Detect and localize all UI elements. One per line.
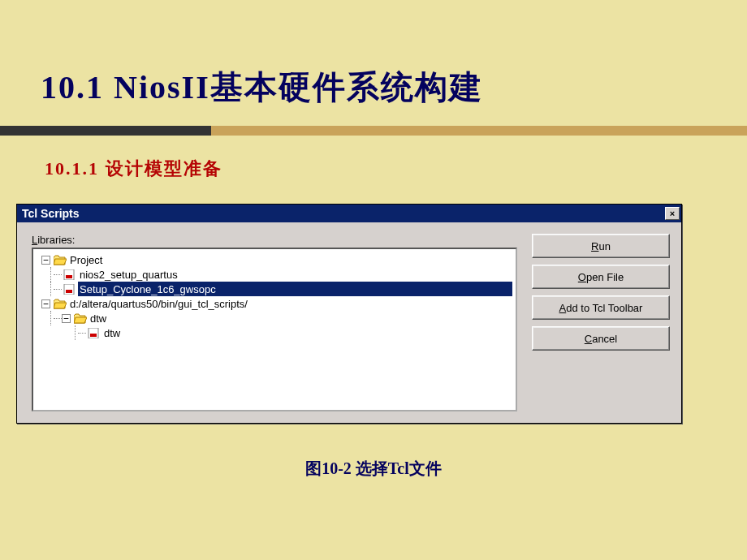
svg-rect-10 [89, 328, 98, 338]
svg-marker-7 [54, 303, 67, 308]
svg-rect-4 [64, 284, 74, 295]
svg-rect-5 [66, 290, 72, 293]
folder-open-icon [54, 299, 67, 309]
dialog-window: Tcl Scripts × Libraries: − Project [16, 204, 682, 424]
tcl-file-icon [63, 269, 76, 280]
collapse-icon[interactable]: − [41, 256, 50, 265]
svg-rect-2 [64, 269, 74, 280]
tree-label: d:/altera/quartus50/bin/gui_tcl_scripts/ [68, 298, 248, 310]
svg-rect-11 [90, 334, 97, 337]
figure-caption: 图10-2 选择Tcl文件 [0, 458, 747, 480]
folder-open-icon [54, 255, 67, 265]
tcl-file-icon [88, 328, 101, 338]
tree-item-selected[interactable]: Setup_Cyclone_1c6_gwsopc [37, 282, 512, 296]
tree-label: nios2_setup_quartus [78, 269, 178, 281]
slide-title: 10.1 NiosII基本硬件系统构建 [0, 0, 747, 110]
collapse-icon[interactable]: − [41, 299, 50, 308]
collapse-icon[interactable]: − [62, 314, 71, 323]
slide-subtitle: 10.1.1 设计模型准备 [0, 136, 747, 181]
run-button[interactable]: Run [532, 234, 670, 258]
add-toolbar-button[interactable]: Add to Tcl Toolbar [532, 295, 670, 320]
close-button[interactable]: × [665, 207, 680, 220]
tree-node-path[interactable]: − d:/altera/quartus50/bin/gui_tcl_script… [37, 296, 512, 311]
svg-marker-1 [54, 259, 67, 265]
libraries-label: Libraries: [32, 234, 517, 246]
tree-view[interactable]: − Project nios2_setup_quartus [32, 248, 517, 411]
open-file-button[interactable]: Open File [532, 265, 670, 289]
tree-item[interactable]: nios2_setup_quartus [37, 267, 512, 282]
tcl-file-icon [63, 284, 76, 295]
tree-label: Project [68, 254, 102, 266]
svg-rect-3 [66, 275, 72, 278]
tree-node-project[interactable]: − Project [37, 252, 512, 267]
close-icon: × [670, 209, 675, 218]
dialog-titlebar: Tcl Scripts × [17, 205, 681, 222]
tree-label: dtw [102, 327, 120, 339]
folder-open-icon [74, 313, 87, 324]
tree-item[interactable]: dtw [37, 325, 512, 340]
cancel-button[interactable]: Cancel [532, 326, 670, 351]
tree-label: dtw [89, 312, 106, 325]
tree-node-dtw-folder[interactable]: − dtw [37, 311, 512, 325]
tree-label: Setup_Cyclone_1c6_gwsopc [78, 283, 216, 295]
dialog-title: Tcl Scripts [22, 207, 80, 220]
divider [0, 126, 747, 136]
svg-marker-9 [74, 317, 87, 323]
